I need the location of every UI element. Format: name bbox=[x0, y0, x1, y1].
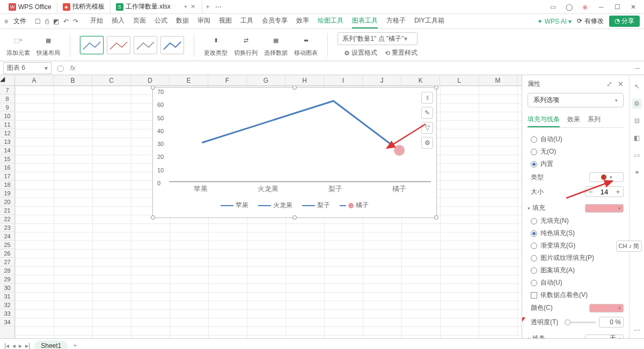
row-header[interactable]: 9 bbox=[0, 103, 14, 112]
row-header[interactable]: 26 bbox=[0, 249, 14, 258]
menu-视图[interactable]: 视图 bbox=[219, 14, 232, 28]
sync-icon[interactable]: ◯ bbox=[565, 3, 573, 11]
row-header[interactable]: 24 bbox=[0, 232, 14, 241]
row-header[interactable]: 16 bbox=[0, 163, 14, 172]
redo-icon[interactable]: ↷ bbox=[73, 18, 78, 25]
edge-form-icon[interactable]: ▭ bbox=[632, 150, 642, 160]
series-selector[interactable]: 系列"数量1" 点 "橘子"▾ bbox=[338, 32, 418, 45]
sheet-last-icon[interactable]: ▸| bbox=[25, 342, 30, 350]
name-box[interactable]: 图表 6▾ bbox=[3, 62, 52, 74]
quick-layout-button[interactable]: ▦快速布局 bbox=[36, 33, 60, 57]
user-avatar-icon[interactable]: ◉ bbox=[581, 3, 589, 11]
select-data-button[interactable]: ▦选择数据 bbox=[264, 33, 288, 57]
color-picker[interactable]: ▾ bbox=[589, 304, 624, 312]
edge-settings-icon[interactable]: ⚙ bbox=[632, 99, 642, 108]
highlighted-data-point[interactable] bbox=[393, 144, 405, 156]
edge-comment-icon[interactable]: ⊟ bbox=[632, 116, 642, 126]
ime-indicator[interactable]: CH ♪ 简 bbox=[616, 241, 642, 252]
legend-item[interactable]: 苹果 bbox=[221, 201, 248, 210]
add-element-button[interactable]: ⬚+添加元素 bbox=[6, 33, 30, 57]
row-header[interactable]: 25 bbox=[0, 241, 14, 249]
fill-auto[interactable]: 自动(U) bbox=[528, 277, 624, 289]
marker-none[interactable]: 无(O) bbox=[528, 146, 624, 158]
row-header[interactable]: 29 bbox=[0, 275, 14, 283]
panel-tab-effect[interactable]: 效果 bbox=[567, 113, 580, 127]
changes-indicator[interactable]: ⟳ 有修改 bbox=[577, 17, 603, 26]
menu-公式[interactable]: 公式 bbox=[155, 14, 167, 28]
row-header[interactable]: 12 bbox=[0, 129, 14, 137]
chart-filter-button[interactable]: ▽ bbox=[421, 122, 433, 134]
share-button[interactable]: ◔ 分享 bbox=[609, 16, 640, 27]
save-icon[interactable]: ☐ bbox=[35, 18, 41, 25]
sheet-tab[interactable]: Sheet1 bbox=[34, 340, 68, 350]
line-section[interactable]: ▾线条 无▾ bbox=[528, 330, 624, 338]
chart-styles-button[interactable]: ✎ bbox=[421, 107, 433, 119]
chart-elements-button[interactable]: ⫴ bbox=[421, 92, 433, 104]
fill-picture[interactable]: 图片或纹理填充(P) bbox=[528, 252, 624, 264]
stepper-plus[interactable]: ＋ bbox=[612, 187, 623, 197]
row-header[interactable]: 19 bbox=[0, 189, 14, 198]
formula-input[interactable] bbox=[79, 62, 635, 74]
pin-icon[interactable]: ⤢ bbox=[606, 80, 612, 88]
print-icon[interactable]: ⎙ bbox=[45, 18, 49, 25]
col-header[interactable]: H bbox=[286, 75, 324, 85]
transparency-slider[interactable] bbox=[565, 322, 596, 323]
close-icon[interactable]: ✕ bbox=[189, 3, 196, 11]
menu-数据[interactable]: 数据 bbox=[176, 14, 189, 28]
preview-icon[interactable]: ◩ bbox=[53, 18, 59, 25]
stepper-minus[interactable]: − bbox=[586, 188, 596, 196]
embedded-chart[interactable]: 010203040506070 苹果火龙果梨子橘子 苹果火龙果梨子橘子 ⫴ ✎ … bbox=[152, 87, 437, 218]
marker-auto[interactable]: 自动(U) bbox=[528, 133, 624, 146]
row-header[interactable]: 17 bbox=[0, 172, 14, 180]
row-header[interactable]: 23 bbox=[0, 223, 14, 232]
col-header[interactable]: C bbox=[92, 75, 131, 85]
close-panel-icon[interactable]: ✕ bbox=[618, 80, 624, 88]
menu-页面[interactable]: 页面 bbox=[133, 14, 146, 28]
col-header[interactable]: I bbox=[324, 75, 363, 85]
row-header[interactable]: 15 bbox=[0, 155, 14, 163]
sheet-next-icon[interactable]: ▸ bbox=[19, 342, 22, 350]
sheet-prev-icon[interactable]: ◂ bbox=[12, 342, 16, 350]
new-tab-button[interactable]: ＋ bbox=[202, 2, 213, 11]
row-header[interactable]: 18 bbox=[0, 180, 14, 189]
line-preview[interactable]: 无▾ bbox=[585, 335, 624, 339]
row-header[interactable]: 22 bbox=[0, 215, 14, 223]
legend-item[interactable]: 火龙果 bbox=[258, 201, 292, 210]
series-options-dropdown[interactable]: 系列选项▾ bbox=[528, 93, 624, 107]
transparency-value[interactable]: 0 % bbox=[599, 317, 624, 328]
chart-style-gallery[interactable] bbox=[80, 36, 184, 54]
row-header[interactable]: 32 bbox=[0, 301, 14, 309]
fill-gradient[interactable]: 渐变填充(G) bbox=[528, 239, 624, 252]
marker-size-stepper[interactable]: − ＋ bbox=[585, 186, 624, 197]
edge-cursor-icon[interactable]: ↖ bbox=[632, 82, 642, 91]
hamburger-icon[interactable]: ≡ bbox=[4, 18, 8, 25]
menu-插入[interactable]: 插入 bbox=[112, 14, 125, 28]
window-menu-icon[interactable]: ▭ bbox=[548, 3, 557, 11]
menu-工具[interactable]: 工具 bbox=[240, 14, 253, 28]
edge-more-icon[interactable]: ⋯ bbox=[632, 325, 642, 335]
tab-wps-office[interactable]: W WPS Office bbox=[3, 1, 57, 13]
row-header[interactable]: 14 bbox=[0, 146, 14, 155]
add-sheet-button[interactable]: ＋ bbox=[72, 341, 78, 349]
row-header[interactable]: 31 bbox=[0, 292, 14, 301]
col-header[interactable]: E bbox=[170, 75, 208, 85]
size-input[interactable] bbox=[596, 188, 612, 196]
menu-审阅[interactable]: 审阅 bbox=[197, 14, 210, 28]
minimize-icon[interactable]: ─ bbox=[597, 3, 605, 11]
menu-图表工具[interactable]: 图表工具 bbox=[352, 14, 378, 28]
legend-item[interactable]: 橘子 bbox=[340, 201, 369, 210]
set-format-button[interactable]: ⚙ 设置格式 bbox=[344, 48, 377, 57]
row-header[interactable]: 21 bbox=[0, 206, 14, 215]
reset-style-button[interactable]: ⟲ 重置样式 bbox=[385, 48, 418, 57]
panel-tab-fill[interactable]: 填充与线条 bbox=[528, 113, 560, 127]
row-header[interactable]: 10 bbox=[0, 112, 14, 120]
switch-rowcol-button[interactable]: ⇄切换行列 bbox=[234, 33, 258, 57]
undo-icon[interactable]: ↶ bbox=[63, 18, 69, 25]
col-header[interactable]: L bbox=[440, 75, 479, 85]
edge-shapes-icon[interactable]: ◧ bbox=[632, 133, 642, 143]
fill-none[interactable]: 无填充(N) bbox=[528, 215, 624, 227]
fill-preview[interactable]: ▾ bbox=[585, 204, 624, 213]
row-header[interactable]: 20 bbox=[0, 198, 14, 206]
menu-开始[interactable]: 开始 bbox=[90, 14, 103, 28]
fill-section[interactable]: ▾填充 ▾ bbox=[528, 199, 624, 215]
